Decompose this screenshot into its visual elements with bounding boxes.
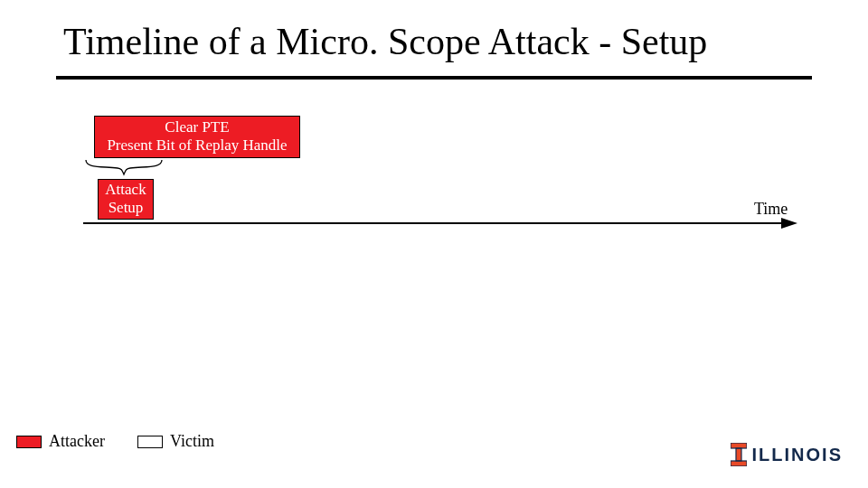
phase-line1: Attack — [100, 181, 151, 199]
callout-line2: Present Bit of Replay Handle — [99, 136, 296, 155]
svg-marker-1 — [781, 218, 797, 229]
legend: Attacker Victim — [16, 432, 214, 451]
legend-attacker-swatch — [16, 436, 42, 448]
svg-rect-4 — [731, 461, 747, 466]
phase-line2: Setup — [100, 199, 151, 217]
callout-clear-pte: Clear PTE Present Bit of Replay Handle — [94, 116, 300, 158]
block-i-icon — [731, 443, 747, 466]
slide-title: Timeline of a Micro. Scope Attack - Setu… — [63, 20, 707, 63]
brace-icon — [83, 157, 165, 177]
illinois-logo: ILLINOIS — [731, 443, 843, 466]
illinois-wordmark: ILLINOIS — [752, 445, 843, 465]
callout-line1: Clear PTE — [99, 118, 296, 136]
title-divider — [56, 76, 812, 80]
legend-victim-label: Victim — [170, 432, 214, 451]
phase-attack-setup: Attack Setup — [98, 179, 154, 220]
timeline-axis — [83, 216, 797, 230]
legend-victim-swatch — [137, 436, 163, 448]
legend-attacker-label: Attacker — [49, 432, 105, 451]
